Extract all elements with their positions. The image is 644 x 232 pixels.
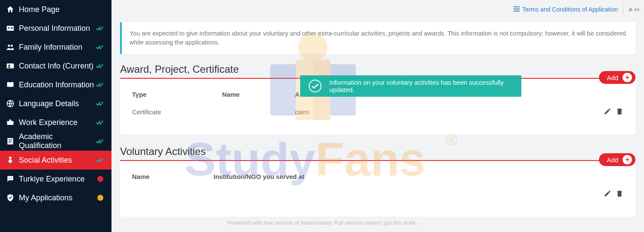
svg-rect-3 <box>11 28 13 29</box>
delete-icon[interactable] <box>616 107 623 116</box>
status-done-icon <box>95 138 105 144</box>
sidebar-item-label: Turkiye Experience <box>19 175 95 184</box>
cell-award: cairo <box>295 108 604 116</box>
col-type: Type <box>132 91 222 98</box>
status-warning-icon <box>95 195 105 201</box>
svg-point-1 <box>8 27 9 29</box>
chat-icon <box>6 175 19 183</box>
svg-point-17 <box>11 178 12 179</box>
briefcase-icon <box>6 118 19 127</box>
svg-point-15 <box>9 178 10 179</box>
sidebar-item-label: Language Details <box>19 99 95 108</box>
status-done-icon <box>95 44 105 50</box>
sidebar-item-applications[interactable]: My Applications <box>0 188 111 207</box>
status-alert-icon <box>95 176 105 182</box>
document-icon <box>6 137 19 146</box>
svg-point-5 <box>11 45 13 47</box>
sidebar-item-label: Family Information <box>19 43 95 52</box>
awards-panel: Award, Project, Certificate Add + Type N… <box>120 62 635 134</box>
table-row: Certificate cairo <box>129 102 627 122</box>
list-icon <box>514 6 520 13</box>
sidebar-item-social[interactable]: Social Activities <box>0 151 111 170</box>
status-done-icon <box>95 157 105 163</box>
medal-icon <box>6 156 19 164</box>
success-toast: Information on your voluntary activities… <box>300 75 521 97</box>
svg-rect-20 <box>514 11 520 12</box>
home-icon <box>6 5 19 14</box>
panel-title: Award, Project, Certificate <box>120 63 239 75</box>
book-icon <box>6 80 19 89</box>
main-content: Terms and Conditions of Application A +/… <box>111 0 644 232</box>
edit-icon[interactable] <box>604 107 611 116</box>
sidebar: Home Page Personal Information Family In… <box>0 0 111 232</box>
col-vname: Name <box>132 173 214 180</box>
sidebar-item-label: Education Information <box>19 80 95 89</box>
sidebar-item-label: My Applications <box>19 193 95 202</box>
terms-link-label: Terms and Conditions of Application <box>522 6 618 13</box>
voluntary-table: Name Institution/NGO you served at <box>120 161 635 217</box>
info-banner: You are expected to give information abo… <box>120 22 635 54</box>
sidebar-item-label: Academic Qualification <box>19 132 95 150</box>
status-done-icon <box>95 25 105 31</box>
panel-title: Voluntary Activities <box>120 146 206 158</box>
check-circle-icon <box>309 80 322 92</box>
font-size-toggle[interactable]: A +/- <box>629 6 641 13</box>
svg-rect-9 <box>7 121 14 125</box>
svg-point-14 <box>9 159 12 163</box>
add-award-button[interactable]: Add + <box>599 71 635 84</box>
col-inst: Institution/NGO you served at <box>214 173 623 180</box>
sidebar-item-academic[interactable]: Academic Qualification <box>0 132 111 151</box>
terms-link[interactable]: Terms and Conditions of Application <box>514 6 618 13</box>
sidebar-item-contact[interactable]: Contact Info (Current) <box>0 57 111 75</box>
people-icon <box>6 43 19 51</box>
id-card-icon <box>6 24 19 33</box>
cell-type: Certificate <box>132 108 222 116</box>
table-row <box>129 184 627 204</box>
divider <box>623 5 623 14</box>
toast-message: Information on your voluntary activities… <box>329 79 513 93</box>
row-actions <box>604 190 623 199</box>
delete-icon[interactable] <box>616 190 623 199</box>
voluntary-panel-header: Voluntary Activities Add + <box>120 145 635 161</box>
svg-rect-13 <box>9 143 11 143</box>
svg-point-16 <box>10 178 11 179</box>
col-name: Name <box>222 91 295 98</box>
topbar: Terms and Conditions of Application A +/… <box>111 0 644 19</box>
add-voluntary-button[interactable]: Add + <box>599 153 635 166</box>
row-actions <box>604 107 623 116</box>
contact-card-icon <box>6 62 19 70</box>
sidebar-item-label: Contact Info (Current) <box>19 62 95 71</box>
sidebar-item-personal[interactable]: Personal Information <box>0 19 111 38</box>
sidebar-item-family[interactable]: Family Information <box>0 38 111 57</box>
status-done-icon <box>95 119 105 125</box>
svg-rect-19 <box>514 9 520 9</box>
globe-icon <box>6 99 19 108</box>
sidebar-item-label: Personal Information <box>19 24 95 33</box>
svg-point-7 <box>8 65 10 66</box>
voluntary-panel: Voluntary Activities Add + Name Institut… <box>120 145 635 217</box>
shield-check-icon <box>6 193 19 202</box>
sidebar-item-label: Work Experience <box>19 118 95 127</box>
sidebar-item-label: Social Activities <box>19 156 95 165</box>
svg-rect-2 <box>11 27 13 28</box>
status-done-icon <box>95 82 105 88</box>
plus-icon: + <box>623 73 632 82</box>
edit-icon[interactable] <box>604 190 611 199</box>
add-button-label: Add <box>607 156 618 164</box>
svg-rect-12 <box>9 141 12 141</box>
svg-point-4 <box>8 45 10 47</box>
sidebar-item-language[interactable]: Language Details <box>0 94 111 113</box>
svg-rect-11 <box>9 140 12 140</box>
voluntary-table-header: Name Institution/NGO you served at <box>129 169 627 184</box>
status-done-icon <box>95 63 105 69</box>
sidebar-item-label: Home Page <box>19 5 95 14</box>
sidebar-item-home[interactable]: Home Page <box>0 0 111 19</box>
svg-rect-18 <box>514 6 520 7</box>
sidebar-item-turkiye[interactable]: Turkiye Experience <box>0 170 111 188</box>
status-done-icon <box>95 101 105 107</box>
sidebar-item-work[interactable]: Work Experience <box>0 113 111 132</box>
plus-icon: + <box>623 155 632 164</box>
sidebar-item-education[interactable]: Education Information <box>0 75 111 94</box>
add-button-label: Add <box>607 74 618 81</box>
